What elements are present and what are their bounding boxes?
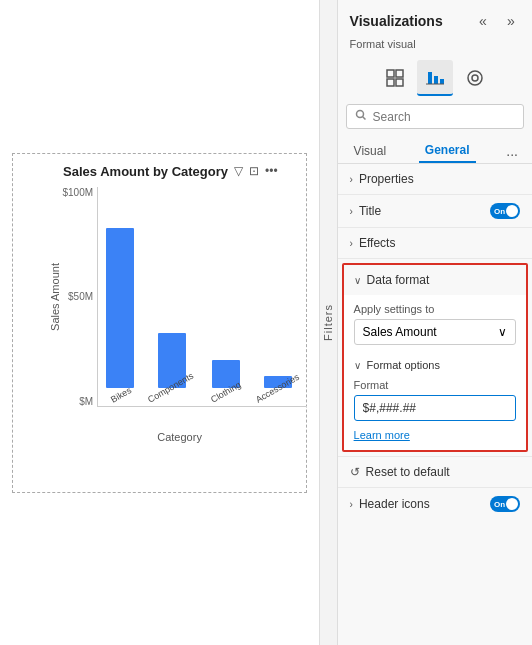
- learn-more-link[interactable]: Learn more: [354, 429, 410, 441]
- dropdown-arrow: ∨: [498, 325, 507, 339]
- apply-settings-dropdown[interactable]: Sales Amount ∨: [354, 319, 516, 345]
- format-options-label: Format options: [367, 359, 440, 371]
- x-axis-label: Category: [63, 431, 296, 443]
- header-icons-chevron: ›: [350, 499, 353, 510]
- svg-rect-4: [428, 72, 432, 84]
- properties-section[interactable]: › Properties: [338, 164, 532, 195]
- format-options-chevron: ∨: [354, 360, 361, 371]
- svg-rect-0: [387, 70, 394, 77]
- data-format-label: Data format: [367, 273, 430, 287]
- bar-group-accessories: Accessories: [254, 376, 303, 406]
- expand-icon[interactable]: »: [500, 10, 522, 32]
- effects-chevron: ›: [350, 238, 353, 249]
- tab-row: Visual General ...: [338, 135, 532, 164]
- apply-settings-label: Apply settings to: [354, 303, 516, 315]
- reset-icon: ↺: [350, 465, 360, 479]
- filters-label: Filters: [322, 304, 334, 341]
- filters-strip: Filters: [319, 0, 336, 645]
- title-label: Title: [359, 204, 381, 218]
- bar-group-bikes: Bikes: [106, 228, 134, 406]
- chart-title-row: Sales Amount by Category ▽ ⊡ •••: [63, 164, 296, 179]
- svg-point-8: [468, 71, 482, 85]
- y-tick-100m: $100M: [63, 187, 94, 198]
- data-format-header[interactable]: ∨ Data format: [344, 265, 526, 295]
- chart-area: Sales Amount by Category ▽ ⊡ ••• Sales A…: [0, 0, 319, 645]
- panel-scroll[interactable]: › Properties › Title › Effects ∨ Data fo…: [338, 164, 532, 645]
- panel-title: Visualizations: [350, 13, 443, 29]
- header-icons-toggle[interactable]: [490, 496, 520, 512]
- reset-row[interactable]: ↺ Reset to default: [338, 456, 532, 487]
- collapse-icon[interactable]: «: [472, 10, 494, 32]
- y-ticks: $100M $50M $M: [63, 187, 93, 407]
- panel-header-icons: « »: [472, 10, 522, 32]
- properties-label: Properties: [359, 172, 414, 186]
- title-toggle[interactable]: [490, 203, 520, 219]
- chart-title: Sales Amount by Category: [63, 164, 228, 179]
- search-icon: [355, 109, 367, 124]
- header-icons-label: Header icons: [359, 497, 430, 511]
- analytics-tab-icon[interactable]: [457, 60, 493, 96]
- chart-container: Sales Amount by Category ▽ ⊡ ••• Sales A…: [12, 153, 307, 493]
- expand-icon[interactable]: ⊡: [249, 164, 259, 178]
- svg-rect-2: [387, 79, 394, 86]
- format-tabs-row: [338, 56, 532, 96]
- chart-inner: Sales Amount $100M $50M $M Bikes Compone…: [63, 187, 296, 407]
- format-label: Format: [354, 379, 516, 391]
- bar-bikes: [106, 228, 134, 388]
- title-chevron: ›: [350, 206, 353, 217]
- tab-visual[interactable]: Visual: [348, 140, 392, 162]
- header-icons-toggle-thumb: [506, 498, 518, 510]
- y-tick-50m: $50M: [68, 291, 93, 302]
- svg-line-11: [362, 117, 365, 120]
- y-axis-label: Sales Amount: [49, 263, 61, 331]
- format-input[interactable]: [354, 395, 516, 421]
- header-icons-section[interactable]: › Header icons: [338, 487, 532, 520]
- tab-more[interactable]: ...: [502, 141, 522, 161]
- search-input[interactable]: [373, 110, 515, 124]
- svg-point-9: [472, 75, 478, 81]
- chart-tab-icon[interactable]: [417, 60, 453, 96]
- more-icon[interactable]: •••: [265, 164, 278, 178]
- panel-header: Visualizations « »: [338, 0, 532, 36]
- svg-rect-5: [434, 76, 438, 84]
- filter-icon[interactable]: ▽: [234, 164, 243, 178]
- format-options-header[interactable]: ∨ Format options: [354, 355, 516, 379]
- properties-chevron: ›: [350, 174, 353, 185]
- data-format-section: ∨ Data format Apply settings to Sales Am…: [342, 263, 528, 452]
- svg-point-10: [356, 111, 363, 118]
- format-visual-label: Format visual: [338, 36, 532, 56]
- y-tick-0m: $M: [79, 396, 93, 407]
- data-format-body: Apply settings to Sales Amount ∨ ∨ Forma…: [344, 295, 526, 450]
- search-box[interactable]: [346, 104, 524, 129]
- bar-group-clothing: Clothing: [209, 360, 242, 406]
- grid-tab-icon[interactable]: [377, 60, 413, 96]
- data-format-chevron: ∨: [354, 275, 361, 286]
- title-section[interactable]: › Title: [338, 195, 532, 228]
- dropdown-value: Sales Amount: [363, 325, 437, 339]
- bar-group-components: Components: [146, 333, 197, 406]
- effects-label: Effects: [359, 236, 395, 250]
- reset-label: Reset to default: [366, 465, 450, 479]
- tab-general[interactable]: General: [419, 139, 476, 163]
- svg-rect-6: [440, 79, 444, 84]
- toggle-thumb: [506, 205, 518, 217]
- bars-area: Bikes Components Clothing Accessories: [97, 187, 307, 407]
- svg-rect-1: [396, 70, 403, 77]
- right-panel: Visualizations « » Format visual: [337, 0, 532, 645]
- svg-rect-3: [396, 79, 403, 86]
- effects-section[interactable]: › Effects: [338, 228, 532, 259]
